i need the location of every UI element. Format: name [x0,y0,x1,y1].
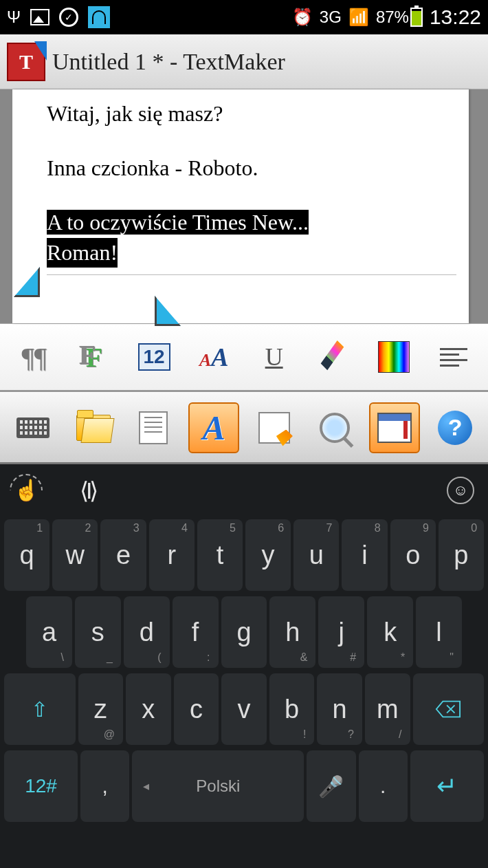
key-n[interactable]: n? [317,673,362,745]
font-family-button[interactable]: F [71,336,117,378]
usb-icon: Ψ [7,8,21,27]
cursor-mode-button[interactable]: ⟨I⟩ [80,477,96,504]
character-format-button[interactable]: AA [191,336,236,378]
keyboard-language-label: Polski [196,777,240,796]
paragraph-marks-button[interactable]: ¶¶ [12,336,57,378]
page-separator [47,274,456,275]
underline-button[interactable]: U [252,336,297,378]
voice-input-key[interactable]: 🎤 [307,750,355,822]
document-area[interactable]: Witaj, jak się masz? Inna czcionka - Rob… [0,89,488,323]
alignment-button[interactable] [431,336,476,378]
backspace-icon [435,699,461,719]
battery-percent: 87% [376,8,409,27]
key-g[interactable]: g [221,596,267,668]
file-open-button[interactable] [68,402,119,453]
comma-key[interactable]: , [80,750,129,822]
period-key[interactable]: . [359,750,408,822]
key-m[interactable]: m/ [365,673,410,745]
main-toolbar: A ? [0,392,488,464]
space-key[interactable]: ◂Polski [132,750,304,822]
enter-key[interactable]: ↵ [410,750,484,822]
key-t[interactable]: t5 [197,519,243,591]
search-icon [320,413,350,443]
keyboard-toggle-button[interactable] [8,402,58,453]
key-u[interactable]: u7 [293,519,339,591]
text-line[interactable]: Inna czcionka - Roboto. [47,153,456,183]
search-button[interactable] [309,402,360,453]
key-z[interactable]: z@ [78,673,124,745]
timer-icon: ✓ [59,8,78,27]
text-line[interactable]: Witaj, jak się masz? [47,99,456,129]
edit-icon [258,412,290,444]
key-r[interactable]: r4 [149,519,195,591]
document-icon [139,411,168,444]
status-bar: Ψ ✓ ⏰ 3G 📶 87% 13:22 [0,0,488,34]
key-a[interactable]: a\ [26,596,72,668]
panel-icon [377,413,412,443]
help-button[interactable]: ? [430,402,480,453]
key-b[interactable]: b! [269,673,315,745]
text-color-button[interactable] [311,336,357,378]
highlight-color-button[interactable] [371,336,417,378]
wifi-icon [88,6,110,28]
key-x[interactable]: x [126,673,171,745]
shift-key[interactable]: ⇧ [4,673,76,745]
key-v[interactable]: v [221,673,267,745]
clock-time: 13:22 [430,6,481,29]
key-w[interactable]: w2 [52,519,98,591]
format-toolbar: ¶¶ F 12 AA U [0,323,488,392]
key-i[interactable]: i8 [342,519,387,591]
key-k[interactable]: k* [367,596,413,668]
key-o[interactable]: o9 [390,519,436,591]
folder-icon [76,415,111,441]
image-icon [30,9,49,25]
keyboard-icon [16,417,49,438]
key-s[interactable]: s_ [75,596,121,668]
help-icon: ? [438,411,472,445]
panel-toggle-button[interactable] [369,402,420,453]
network-type: 3G [320,8,342,27]
character-icon: A [202,408,225,448]
symbols-mode-key[interactable]: 12# [4,750,78,822]
swipe-input-icon[interactable] [14,478,38,503]
font-size-button[interactable]: 12 [131,336,177,378]
on-screen-keyboard: ⟨I⟩ ☺ q1w2e3r4t5y6u7i8o9p0 a\s_d(f:gh&j#… [0,464,488,868]
key-e[interactable]: e3 [100,519,146,591]
document-title: Untitled 1 * - TextMaker [52,49,285,75]
key-y[interactable]: y6 [245,519,291,591]
key-l[interactable]: l" [416,596,462,668]
backspace-key[interactable] [413,673,485,745]
battery-indicator: 87% [376,8,423,27]
document-view-button[interactable] [128,402,179,453]
key-d[interactable]: d( [124,596,170,668]
selected-text[interactable]: A to oczywiście Times New... Roman! [47,208,456,267]
key-c[interactable]: c [174,673,219,745]
app-title-bar: T Untitled 1 * - TextMaker [0,34,488,89]
key-h[interactable]: h& [269,596,315,668]
emoji-button[interactable]: ☺ [447,477,474,504]
app-icon[interactable]: T [7,43,45,81]
alarm-icon: ⏰ [292,8,313,27]
edit-button[interactable] [249,402,300,453]
key-p[interactable]: p0 [439,519,484,591]
key-f[interactable]: f: [173,596,219,668]
document-page[interactable]: Witaj, jak się masz? Inna czcionka - Rob… [12,89,469,323]
key-q[interactable]: q1 [4,519,49,591]
key-j[interactable]: j# [318,596,364,668]
character-tab-button[interactable]: A [188,402,239,453]
signal-icon: 📶 [348,8,369,27]
